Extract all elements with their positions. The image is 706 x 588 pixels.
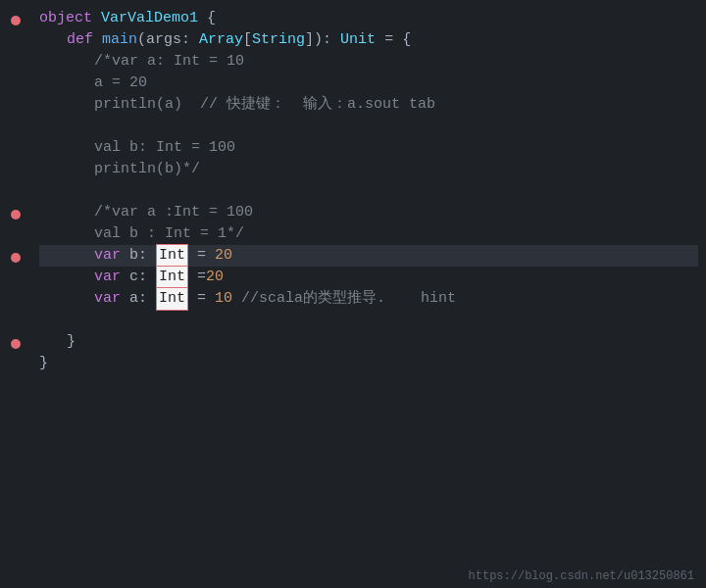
code-line-5: println(a) // 快捷键： 输入：a.sout tab	[39, 94, 698, 116]
gutter-slot-10	[8, 204, 24, 225]
gutter-slot-11	[8, 225, 24, 247]
code-token-17-0: }	[39, 353, 48, 374]
editor-container: object VarValDemo1 {def main(args: Array…	[0, 0, 706, 588]
code-token-13-3: Int	[156, 266, 188, 289]
code-token-2-5: String	[252, 29, 305, 51]
code-token-13-1: c	[129, 267, 138, 288]
code-token-14-6: //scala的类型推导. hint	[232, 288, 456, 310]
code-line-14: var a: Int = 10 //scala的类型推导. hint	[39, 288, 698, 310]
gutter-slot-2	[8, 31, 24, 53]
code-token-1-0: object	[39, 8, 101, 29]
gutter-slot-9	[8, 182, 24, 204]
code-token-2-0: def	[67, 29, 102, 51]
gutter-slot-5	[8, 96, 24, 118]
code-token-14-5: 10	[215, 288, 232, 310]
gutter-slot-13	[8, 269, 24, 290]
breakpoint-dot	[11, 210, 21, 220]
code-line-7: val b: Int = 100	[39, 137, 698, 159]
code-token-2-3: Array	[199, 29, 243, 51]
code-line-12: var b: Int = 20	[39, 245, 698, 267]
code-line-4: a = 20	[39, 73, 698, 94]
code-token-2-8: = {	[376, 29, 411, 51]
code-token-8-0: println(b)*/	[94, 159, 200, 180]
gutter-slot-3	[8, 53, 24, 74]
code-token-2-6: ]):	[305, 29, 340, 51]
gutter-slot-6	[8, 118, 24, 139]
code-line-6	[39, 116, 698, 137]
code-line-17: }	[39, 353, 698, 374]
gutter-slot-8	[8, 161, 24, 182]
breakpoint-dot	[11, 16, 21, 25]
code-line-15	[39, 310, 698, 331]
code-area: object VarValDemo1 {def main(args: Array…	[0, 0, 706, 564]
breakpoint-dot	[11, 253, 21, 263]
footer-url: https://blog.csdn.net/u013250861	[469, 569, 694, 583]
code-token-13-4: =	[188, 267, 206, 288]
code-token-3-0: /*var a: Int = 10	[94, 51, 244, 73]
breakpoint-dot	[11, 339, 21, 349]
code-token-12-5: 20	[215, 245, 232, 267]
footer: https://blog.csdn.net/u013250861	[0, 564, 706, 588]
code-token-2-4: [	[243, 29, 252, 51]
gutter-slot-17	[8, 355, 24, 376]
code-token-4-0: a = 20	[94, 73, 147, 94]
code-token-1-2: {	[198, 8, 216, 29]
code-token-12-1: b	[129, 245, 138, 267]
gutter-slot-1	[8, 10, 24, 31]
code-token-14-3: Int	[156, 287, 188, 311]
code-token-12-4: =	[188, 245, 215, 267]
code-token-11-0: val b : Int = 1*/	[94, 223, 244, 245]
code-line-3: /*var a: Int = 10	[39, 51, 698, 73]
code-line-8: println(b)*/	[39, 159, 698, 180]
code-token-10-0: /*var a :Int = 100	[94, 202, 253, 223]
code-token-2-1: main	[102, 29, 137, 51]
code-content[interactable]: object VarValDemo1 {def main(args: Array…	[31, 8, 706, 564]
code-token-14-0: var	[94, 288, 129, 310]
code-token-13-0: var	[94, 267, 129, 288]
code-token-13-5: 20	[206, 267, 224, 288]
code-line-1: object VarValDemo1 {	[39, 8, 698, 29]
gutter-slot-16	[8, 333, 24, 355]
code-token-12-0: var	[94, 245, 129, 267]
gutter-slot-7	[8, 139, 24, 161]
code-token-12-3: Int	[156, 244, 188, 268]
code-token-13-2: :	[138, 267, 156, 288]
gutter-slot-4	[8, 74, 24, 96]
gutter-slot-15	[8, 312, 24, 333]
code-token-2-7: Unit	[340, 29, 376, 51]
code-line-16: }	[39, 331, 698, 353]
code-token-14-4: =	[188, 288, 215, 310]
code-token-16-0: }	[67, 331, 76, 353]
code-token-7-0: val b: Int = 100	[94, 137, 235, 159]
gutter	[0, 8, 31, 564]
code-line-2: def main(args: Array[String]): Unit = {	[39, 29, 698, 51]
code-line-11: val b : Int = 1*/	[39, 223, 698, 245]
code-line-10: /*var a :Int = 100	[39, 202, 698, 223]
gutter-slot-14	[8, 290, 24, 312]
code-line-13: var c: Int =20	[39, 267, 698, 288]
code-token-14-2: :	[138, 288, 156, 310]
code-token-5-0: println(a) // 快捷键： 输入：a.sout tab	[94, 94, 435, 116]
code-token-2-2: (args:	[137, 29, 199, 51]
code-token-1-1: VarValDemo1	[101, 8, 198, 29]
code-token-14-1: a	[129, 288, 138, 310]
gutter-slot-12	[8, 247, 24, 269]
code-line-9	[39, 180, 698, 202]
code-token-12-2: :	[138, 245, 156, 267]
